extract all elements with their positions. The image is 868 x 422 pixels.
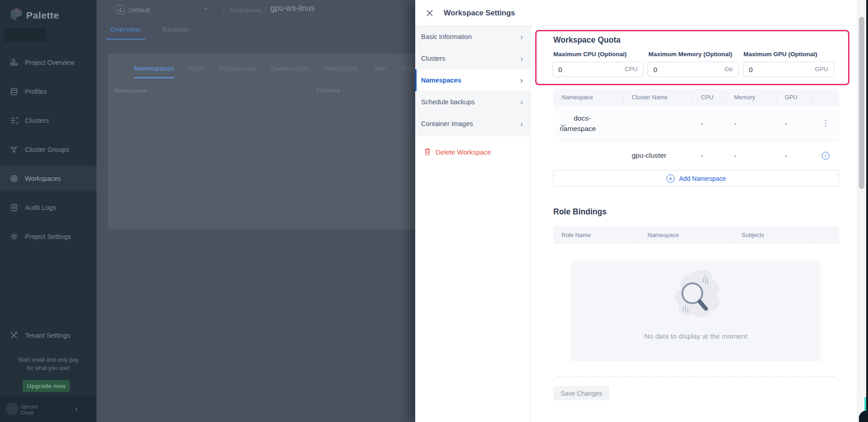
tab-statefulsets[interactable]: StatefulSets: [323, 65, 359, 78]
window-edge: [866, 0, 868, 422]
tab-daemonsets[interactable]: DaemonSets: [271, 65, 309, 78]
sidebar-item-project-settings[interactable]: Project Settings: [0, 224, 96, 249]
role-bindings-title: Role Bindings: [553, 207, 607, 217]
page-tabs: Overview Backups: [106, 25, 193, 40]
tab-deployments[interactable]: Deployments: [218, 65, 257, 78]
namespace-table-header: Namespace Cluster Name CPU Memory GPU: [553, 89, 839, 106]
sidebar-item-clusters[interactable]: Clusters: [0, 108, 96, 133]
info-icon[interactable]: i: [822, 152, 830, 160]
sidebar-item-tenant-settings[interactable]: Tenant Settings: [0, 323, 96, 348]
menu-item-namespaces[interactable]: Namespaces›: [415, 69, 530, 91]
cpu-cell: -: [693, 120, 726, 127]
menu-item-label: Container Images: [421, 120, 473, 127]
scrollbar-track[interactable]: [857, 0, 866, 422]
menu-item-label: Namespaces: [421, 77, 461, 84]
breadcrumb-separator: /: [223, 6, 225, 13]
max-cpu-field: CPU: [552, 62, 643, 77]
max-gpu-input[interactable]: [743, 62, 811, 77]
memory-cell: -: [726, 120, 777, 127]
namespace-cell: docs-namespace: [553, 113, 623, 134]
app-logo-text: Palette: [26, 10, 59, 21]
overview-icon: [10, 58, 18, 67]
tab-namespaces[interactable]: Namespaces: [134, 65, 174, 78]
sidebar-item-workspaces[interactable]: Workspaces: [0, 166, 96, 191]
spectro-cloud-logo: [6, 403, 19, 415]
max-memory-input[interactable]: [648, 62, 716, 77]
drawer-content: Workspace Quota Maximum CPU (Optional) M…: [531, 26, 857, 422]
row-actions-cell: [812, 120, 839, 127]
chevron-right-icon: ›: [520, 121, 523, 127]
sidebar-item-audit-logs[interactable]: Audit Logs: [0, 195, 96, 220]
header-role-name: Role Name: [553, 232, 639, 238]
sidebar: Palette Project Overview Profiles Cluste…: [0, 0, 96, 422]
role-bindings-table-header: Role Name Namespace Subjects: [553, 226, 839, 244]
expand-chevron-icon[interactable]: [561, 124, 566, 127]
header-memory: Memory: [726, 94, 777, 101]
sidebar-item-cluster-groups[interactable]: Cluster Groups: [0, 137, 96, 162]
clipped-dashed-box: [553, 377, 838, 382]
drawer-title: Workspace Settings: [444, 9, 515, 17]
project-selector-icon: [115, 5, 125, 15]
table-row-gpu-cluster: gpu-cluster - - - i: [553, 141, 839, 170]
drawer-menu: Basic Information› Clusters› Namespaces›…: [415, 26, 531, 422]
scrollbar-thumb[interactable]: [859, 17, 864, 189]
chevron-right-icon: ›: [520, 55, 523, 62]
menu-item-basic-information[interactable]: Basic Information›: [415, 26, 530, 48]
upgrade-now-button[interactable]: Upgrade now: [23, 380, 70, 392]
workspace-quota-title: Workspace Quota: [553, 35, 620, 45]
brand-name-line1: Spectro: [21, 404, 38, 410]
audit-logs-icon: [10, 204, 18, 212]
menu-item-clusters[interactable]: Clusters›: [415, 48, 530, 69]
menu-item-container-images[interactable]: Container Images›: [415, 113, 530, 135]
sidebar-item-label: Project Settings: [25, 233, 71, 240]
tab-backups[interactable]: Backups: [158, 25, 193, 40]
sidebar-item-label: Project Overview: [25, 59, 75, 66]
max-cpu-input[interactable]: [553, 62, 621, 77]
delete-workspace-button[interactable]: Delete Workspace: [415, 140, 530, 164]
plus-circle-icon: +: [667, 175, 675, 183]
tab-overview[interactable]: Overview: [106, 25, 145, 40]
save-changes-button[interactable]: Save Changes: [553, 386, 609, 400]
cluster-groups-icon: [10, 146, 18, 154]
cluster-name-cell: gpu-cluster: [623, 151, 693, 160]
sidebar-item-profiles[interactable]: Profiles: [0, 79, 96, 104]
menu-item-schedule-backups[interactable]: Schedule backups›: [415, 91, 530, 113]
sidebar-collapse-icon[interactable]: ‹: [75, 404, 78, 414]
header-namespace: Namespace: [553, 94, 623, 101]
column-header-namespace: Namespace: [114, 87, 147, 94]
project-selector[interactable]: Default: [129, 6, 150, 14]
sidebar-item-project-overview[interactable]: Project Overview: [0, 50, 96, 75]
gpu-unit-label: GPU: [815, 66, 828, 73]
table-row-docs-namespace: docs-namespace - - -: [553, 106, 839, 141]
row-actions-cell: i: [812, 152, 839, 160]
sidebar-item-label: Profiles: [25, 88, 47, 95]
memory-unit-label: Gb: [724, 66, 733, 73]
gpu-cell: -: [777, 120, 812, 127]
chevron-down-icon[interactable]: ▾: [205, 5, 207, 12]
max-memory-label: Maximum Memory (Optional): [648, 51, 732, 58]
trash-icon: [424, 148, 431, 155]
add-namespace-label: Add Namespace: [679, 175, 726, 182]
max-gpu-label: Maximum GPU (Optional): [743, 51, 817, 58]
brand-name-line2: Cloud: [21, 410, 34, 416]
add-namespace-button[interactable]: + Add Namespace: [553, 170, 839, 187]
tab-pods[interactable]: Pods: [189, 65, 204, 78]
header-rb-namespace: Namespace: [639, 232, 734, 238]
breadcrumb-workspaces[interactable]: Workspaces: [229, 7, 261, 14]
menu-item-label: Clusters: [421, 55, 445, 62]
close-icon[interactable]: [423, 7, 436, 19]
sidebar-item-label: Workspaces: [25, 175, 61, 182]
clusters-icon: [10, 116, 18, 125]
tools-icon: [10, 331, 18, 340]
project-scope-box[interactable]: [4, 28, 46, 42]
namespace-name: docs-namespace: [560, 113, 610, 134]
tab-jobs[interactable]: Jobs: [373, 65, 387, 78]
max-memory-field: Gb: [647, 62, 739, 77]
cpu-unit-label: CPU: [624, 66, 638, 73]
resource-tabs: Namespaces Pods Deployments DaemonSets S…: [134, 65, 430, 78]
kebab-menu-icon[interactable]: [825, 120, 826, 127]
header-gpu: GPU: [777, 94, 812, 101]
workspaces-icon: [10, 175, 18, 183]
max-gpu-field: GPU: [743, 62, 834, 77]
no-data-illustration: [660, 263, 732, 331]
